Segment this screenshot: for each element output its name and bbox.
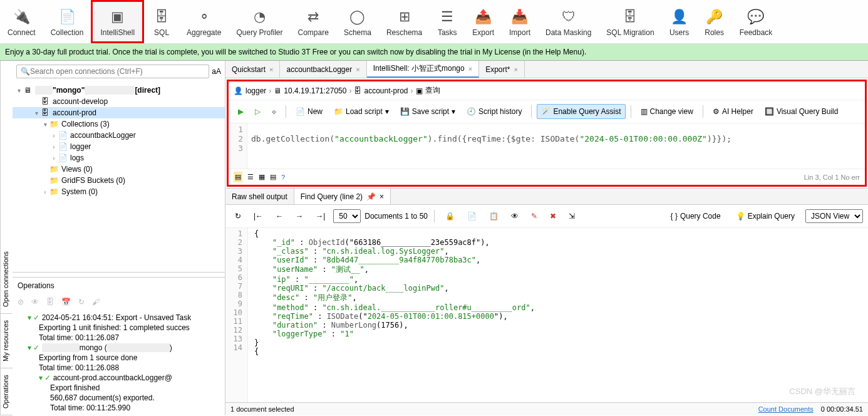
tree-item[interactable]: 📁Views (0) — [13, 164, 225, 175]
close-icon[interactable]: × — [269, 66, 273, 73]
load-script-button[interactable]: 📁Load script▾ — [329, 104, 393, 119]
editor-tab[interactable]: Quickstart× — [225, 61, 280, 78]
breadcrumb-item[interactable]: 👤logger — [234, 86, 266, 95]
run-button[interactable]: ▶ — [234, 104, 248, 119]
refresh-icon[interactable]: ↻ — [78, 298, 85, 306]
tree-item[interactable]: ›📄logs — [13, 152, 225, 164]
editor-tab[interactable]: accountbackLogger× — [280, 61, 366, 78]
run-all-button[interactable]: ▷ — [251, 104, 265, 119]
result-tab[interactable]: Raw shell output — [225, 189, 294, 204]
bc-icon: ▣ — [416, 86, 423, 95]
doc-view-icon[interactable]: 👁 — [507, 209, 523, 224]
toolbar-query-profiler[interactable]: ◔Query Profiler — [229, 0, 291, 43]
selection-status: 1 document selected — [230, 405, 294, 413]
editor-tab[interactable]: IntelliShell: 小智正式mongo× — [367, 61, 480, 78]
toolbar-export[interactable]: 📤Export — [465, 0, 502, 43]
explain-query-button[interactable]: 💡Explain Query — [731, 209, 799, 224]
editor-tab[interactable]: Export*× — [479, 61, 525, 78]
help-icon[interactable]: ? — [281, 174, 285, 181]
elapsed-time: 0 00:00:34.51 — [821, 405, 863, 413]
ai-helper-button[interactable]: ⚙AI Helper — [708, 104, 758, 119]
close-icon[interactable]: × — [356, 66, 359, 73]
script-history-button[interactable]: 🕘Script history — [462, 104, 526, 119]
doc-copy-icon[interactable]: 📋 — [485, 209, 503, 224]
code-view-icon4[interactable]: ▤ — [270, 173, 276, 181]
lock-icon[interactable]: 🔒 — [441, 209, 459, 224]
wand-icon: 🪄 — [541, 107, 550, 116]
brush-icon[interactable]: 🖌 — [92, 298, 100, 306]
page-size-select[interactable]: 50 — [333, 209, 361, 223]
roles-icon: 🔑 — [705, 7, 725, 27]
doc-export-icon[interactable]: ⇲ — [564, 209, 579, 224]
stop-icon[interactable]: ⊘ — [18, 298, 24, 306]
doc-add-icon[interactable]: 📄 — [463, 209, 481, 224]
new-button[interactable]: 📄New — [291, 104, 327, 119]
change-view-button[interactable]: ▥Change view — [636, 104, 698, 119]
toolbar-sql-migration[interactable]: 🗄SQL Migration — [599, 0, 661, 43]
close-icon[interactable]: × — [380, 192, 384, 201]
refresh-icon[interactable]: ↻ — [230, 209, 245, 224]
query-code-button[interactable]: { }Query Code — [666, 209, 725, 224]
main-toolbar: 🔌Connect📄Collection▣IntelliShell🗄SQL⚬Agg… — [0, 0, 868, 44]
tree-item[interactable]: ›📁System (0) — [13, 186, 225, 197]
enable-query-assist-button[interactable]: 🪄Enable Query Assist — [537, 104, 625, 119]
toolbar-users[interactable]: 👤Users — [662, 0, 697, 43]
tree-item[interactable]: 🗄account-develop — [13, 96, 225, 107]
save-script-button[interactable]: 💾Save script▾ — [396, 104, 460, 119]
tree-item[interactable]: ▾🗄account-prod — [13, 107, 225, 118]
last-page-icon[interactable]: →| — [311, 209, 329, 224]
search-box[interactable]: 🔍 — [16, 65, 209, 78]
close-icon[interactable]: × — [468, 65, 472, 73]
toolbar-data-masking[interactable]: 🛡Data Masking — [538, 0, 599, 43]
next-page-icon[interactable]: → — [291, 209, 307, 224]
toolbar-collection[interactable]: 📄Collection — [43, 0, 91, 43]
tree-item[interactable]: ›📄logger — [13, 141, 225, 152]
toolbar-import[interactable]: 📥Import — [502, 0, 538, 43]
debug-button[interactable]: ⟐ — [267, 104, 281, 119]
toolbar-connect[interactable]: 🔌Connect — [0, 0, 43, 43]
json-result[interactable]: 1234567891011121314 { "_id" : ObjectId("… — [225, 228, 868, 402]
tree-item[interactable]: ▾📁Collections (3) — [13, 118, 225, 130]
tree-item[interactable]: 📁GridFS Buckets (0) — [13, 175, 225, 186]
count-docs-link[interactable]: Count Documents — [758, 405, 814, 413]
breadcrumb-item[interactable]: 🖥10.4.19.171:27050 — [274, 86, 346, 95]
breadcrumb-item[interactable]: ▣查询 — [416, 85, 440, 96]
visual-query-builder-button[interactable]: 🔲Visual Query Build — [760, 104, 843, 119]
tree-root[interactable]: ▾🖥 __ "mongo" __ [direct] — [13, 85, 225, 96]
close-icon[interactable]: × — [514, 66, 518, 73]
mask-icon: 🛡 — [559, 7, 579, 27]
toolbar-sql[interactable]: 🗄SQL — [144, 0, 179, 43]
toolbar-reschema[interactable]: ⊞Reschema — [379, 0, 430, 43]
code-view-icon3[interactable]: ▦ — [259, 173, 265, 181]
toolbar-tasks[interactable]: ☰Tasks — [430, 0, 465, 43]
code-view-icon[interactable]: ▤ — [234, 172, 242, 182]
db-icon[interactable]: 🗄 — [46, 298, 54, 306]
prev-page-icon[interactable]: ← — [271, 209, 287, 224]
side-tab-myresources[interactable]: My resources — [1, 314, 13, 368]
compare-icon: ⇄ — [303, 7, 323, 27]
pin-icon[interactable]: 📌 — [366, 192, 376, 201]
eye-icon[interactable]: 👁 — [31, 298, 39, 306]
code-editor[interactable]: 123 db.getCollection("accountbackLogger"… — [229, 123, 865, 169]
view-mode-select[interactable]: JSON View — [805, 209, 863, 223]
toolbar-feedback[interactable]: 💬Feedback — [732, 0, 780, 43]
text-size-icon[interactable]: aA — [212, 67, 221, 76]
breadcrumb-item[interactable]: 🗄account-prod — [354, 86, 408, 95]
code-status-bar: ▤ ☰ ▦ ▤ ? Lin 3, Col 1 No err — [229, 169, 865, 185]
side-tab-open-connections[interactable]: Open connections — [1, 245, 13, 314]
doc-edit-icon[interactable]: ✎ — [527, 209, 542, 224]
search-input[interactable] — [30, 67, 205, 76]
toolbar-roles[interactable]: 🔑Roles — [697, 0, 732, 43]
toolbar-intellishell[interactable]: ▣IntelliShell — [91, 0, 144, 43]
result-tab[interactable]: Find Query (line 2)📌× — [294, 189, 391, 204]
search-icon: 🔍 — [21, 67, 30, 76]
doc-delete-icon[interactable]: ✖ — [545, 209, 561, 224]
toolbar-schema[interactable]: ◯Schema — [336, 0, 379, 43]
cal-icon[interactable]: 📅 — [61, 298, 71, 306]
first-page-icon[interactable]: |← — [249, 209, 267, 224]
toolbar-aggregate[interactable]: ⚬Aggregate — [179, 0, 229, 43]
tree-item[interactable]: ›📄accountbackLogger — [13, 130, 225, 141]
code-view-icon2[interactable]: ☰ — [247, 173, 254, 181]
side-tab-operations[interactable]: Operations — [1, 368, 13, 415]
toolbar-compare[interactable]: ⇄Compare — [291, 0, 336, 43]
